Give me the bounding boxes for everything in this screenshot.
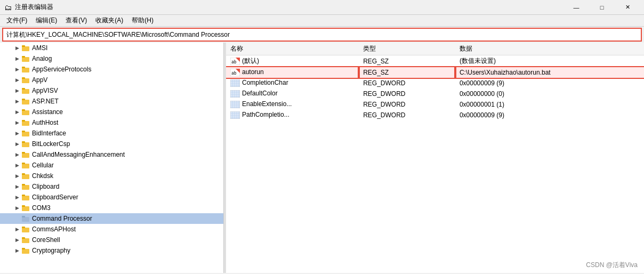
svg-rect-11 — [22, 99, 25, 100]
values-table: 名称类型数据 ab(默认)REG_SZ(数值未设置)abautorunREG_S… — [226, 43, 644, 120]
tree-arrow-icon: ▶ — [13, 140, 21, 148]
svg-rect-25 — [22, 173, 25, 175]
menu-item[interactable]: 查看(V) — [61, 15, 91, 27]
tree-arrow-icon: ▶ — [13, 204, 21, 212]
reg-sz-icon: ab — [230, 69, 240, 76]
table-cell-name: CompletionChar — [226, 78, 359, 88]
table-cell-data: 0x00000009 (9) — [455, 110, 644, 120]
svg-rect-4 — [22, 68, 29, 72]
tree-arrow-icon: ▶ — [13, 150, 21, 159]
svg-text:ab: ab — [231, 60, 237, 65]
table-cell-data: (数值未设置) — [455, 55, 644, 67]
tree-arrow-icon: ▶ — [13, 129, 21, 138]
table-cell-name-text: PathCompletio... — [242, 111, 289, 118]
tree-item[interactable]: ▶ASP.NET — [0, 96, 223, 107]
table-cell-data: 0x00000001 (1) — [455, 99, 644, 110]
table-row[interactable]: abautorunREG_SZC:\Users\Xuhaizhao\autoru… — [226, 67, 644, 78]
tree-item[interactable]: Command Processor — [0, 213, 223, 224]
tree-item[interactable]: ▶Chkdsk — [0, 171, 223, 181]
svg-rect-16 — [22, 132, 29, 136]
reg-dword-icon — [230, 79, 240, 87]
tree-item[interactable]: ▶CoreShell — [0, 235, 223, 245]
menu-item[interactable]: 收藏夹(A) — [91, 15, 127, 27]
folder-icon — [21, 98, 30, 105]
tree-item[interactable]: ▶Cellular — [0, 160, 223, 171]
table-row[interactable]: CompletionCharREG_DWORD0x00000009 (9) — [226, 78, 644, 88]
svg-rect-9 — [22, 88, 25, 90]
menu-item[interactable]: 文件(F) — [2, 15, 31, 27]
folder-icon — [21, 162, 30, 169]
tree-item[interactable]: ▶AppVISV — [0, 85, 223, 96]
svg-rect-13 — [22, 109, 25, 111]
tree-item[interactable]: ▶AMSI — [0, 43, 223, 53]
minimize-button[interactable]: — — [564, 0, 589, 15]
tree-item[interactable]: ▶AuthHost — [0, 117, 223, 128]
tree-item[interactable]: ▶Clipboard — [0, 181, 223, 192]
table-column-header: 名称 — [226, 43, 359, 55]
folder-icon — [21, 108, 30, 116]
table-cell-name-text: CompletionChar — [242, 79, 288, 86]
menu-item[interactable]: 帮助(H) — [127, 15, 158, 27]
folder-icon — [21, 172, 30, 180]
table-cell-type: REG_DWORD — [359, 99, 455, 110]
tree-item-label: Clipboard — [32, 183, 59, 190]
maximize-button[interactable]: □ — [590, 0, 614, 15]
tree-item[interactable]: ▶CommsAPHost — [0, 224, 223, 235]
tree-item-label: ASP.NET — [32, 98, 59, 105]
tree-item[interactable]: ▶AppV — [0, 75, 223, 85]
watermark: CSDN @活着Viva — [586, 261, 638, 270]
reg-dword-icon — [230, 90, 240, 98]
table-row[interactable]: EnableExtensio...REG_DWORD0x00000001 (1) — [226, 99, 644, 110]
tree-item-label: COM3 — [32, 204, 51, 212]
folder-icon — [21, 183, 30, 190]
tree-item[interactable]: ▶AppServiceProtocols — [0, 64, 223, 75]
tree-arrow-icon: ▶ — [13, 44, 21, 52]
tree-item-label: CommsAPHost — [32, 225, 76, 233]
folder-icon — [21, 130, 30, 137]
tree-item[interactable]: ▶BidInterface — [0, 128, 223, 139]
folder-icon — [21, 225, 30, 233]
tree-arrow-icon: ▶ — [13, 108, 21, 116]
tree-item-label: BitLockerCsp — [32, 140, 70, 148]
table-row[interactable]: ab(默认)REG_SZ(数值未设置) — [226, 55, 644, 67]
svg-rect-34 — [22, 228, 29, 232]
tree-item[interactable]: ▶COM3 — [0, 203, 223, 213]
tree-item[interactable]: ▶Assistance — [0, 107, 223, 117]
tree-arrow-icon: ▶ — [13, 97, 21, 106]
svg-rect-26 — [22, 185, 29, 190]
svg-rect-7 — [22, 77, 25, 79]
tree-arrow-icon: ▶ — [13, 65, 21, 74]
svg-rect-10 — [22, 100, 29, 104]
tree-item[interactable]: ▶Analog — [0, 53, 223, 64]
svg-rect-27 — [22, 184, 25, 186]
tree-item[interactable]: ▶CallAndMessagingEnhancement — [0, 149, 223, 160]
tree-item[interactable]: ▶Cryptography — [0, 245, 223, 256]
tree-panel[interactable]: ▶AMSI▶Analog▶AppServiceProtocols▶AppV▶Ap… — [0, 43, 224, 273]
svg-rect-36 — [22, 238, 29, 243]
values-panel[interactable]: 名称类型数据 ab(默认)REG_SZ(数值未设置)abautorunREG_S… — [226, 43, 644, 273]
tree-arrow-icon: ▶ — [13, 172, 21, 180]
folder-icon — [21, 140, 30, 148]
menu-bar: 文件(F)编辑(E)查看(V)收藏夹(A)帮助(H) — [0, 15, 644, 27]
table-row[interactable]: PathCompletio...REG_DWORD0x00000009 (9) — [226, 110, 644, 120]
tree-item-label: Assistance — [32, 108, 63, 116]
tree-item-label: AuthHost — [32, 119, 58, 126]
table-row[interactable]: DefaultColorREG_DWORD0x00000000 (0) — [226, 88, 644, 99]
table-cell-type: REG_DWORD — [359, 88, 455, 99]
table-cell-name-text: autorun — [242, 68, 264, 76]
tree-item[interactable]: ▶BitLockerCsp — [0, 139, 223, 149]
svg-rect-22 — [22, 164, 29, 168]
table-header-row: 名称类型数据 — [226, 43, 644, 55]
address-bar: 计算机\HKEY_LOCAL_MACHINE\SOFTWARE\Microsof… — [2, 28, 642, 42]
table-cell-type: REG_SZ — [359, 55, 455, 67]
tree-item[interactable]: ▶ClipboardServer — [0, 192, 223, 203]
svg-rect-19 — [22, 141, 25, 143]
menu-item[interactable]: 编辑(E) — [31, 15, 61, 27]
table-cell-name: DefaultColor — [226, 88, 359, 99]
table-cell-name: ab(默认) — [226, 55, 359, 67]
table-cell-name: EnableExtensio... — [226, 99, 359, 110]
tree-arrow-icon: ▶ — [13, 54, 21, 63]
svg-rect-37 — [22, 237, 25, 239]
close-button[interactable]: ✕ — [615, 0, 640, 15]
table-cell-name-text: DefaultColor — [242, 90, 278, 97]
